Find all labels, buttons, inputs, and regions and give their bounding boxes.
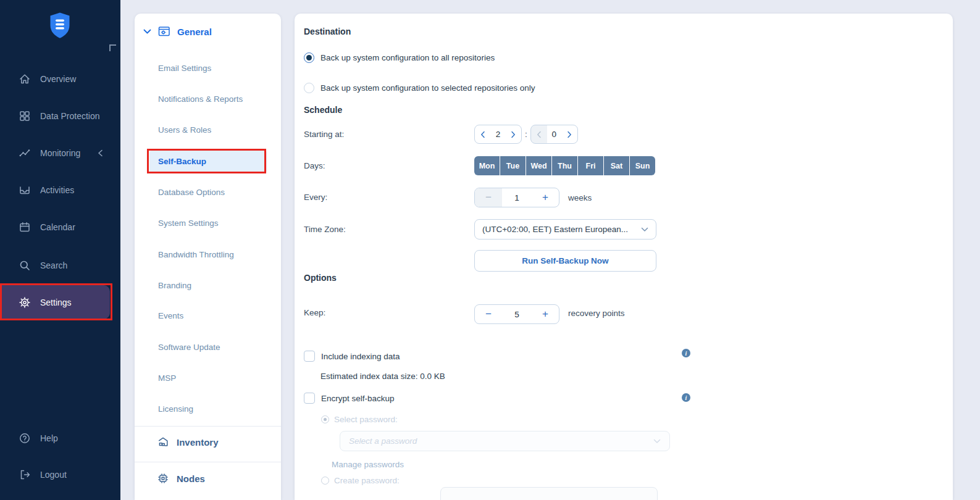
settings-nav-item-self-backup[interactable]: Self-Backup [158,156,206,168]
encrypt-self-backup-option[interactable]: Encrypt self-backup [304,391,395,405]
sidebar-item-logout[interactable]: Logout [19,467,67,483]
sidebar-item-label: Overview [40,74,76,84]
day-button-tue[interactable]: Tue [500,156,526,175]
create-password-option-disabled: Create password: [321,476,400,485]
help-icon [19,432,31,444]
checkbox-unchecked-icon[interactable] [304,351,315,362]
settings-nav-item-email-settings[interactable]: Email Settings [158,62,211,75]
every-label: Every: [304,193,327,202]
settings-sidebar: General Email Settings Notifications & R… [135,14,281,500]
sidebar-item-label: Activities [40,185,74,195]
select-password-option-disabled: Select password: [321,415,398,423]
inbox-icon [19,184,31,196]
radio-selected-disabled-icon [321,415,329,423]
keep-unit-label: recovery points [568,309,625,318]
day-button-sun[interactable]: Sun [630,156,655,175]
sidebar-item-calendar[interactable]: Calendar [19,219,75,235]
settings-nav-item-users-roles[interactable]: Users & Roles [158,124,211,136]
sidebar-item-activities[interactable]: Activities [19,182,74,198]
settings-nav-item-msp[interactable]: MSP [158,372,176,385]
create-password-input-disabled [440,487,658,500]
keep-label: Keep: [304,308,325,317]
run-self-backup-button[interactable]: Run Self-Backup Now [474,250,656,272]
sidebar-item-data-protection[interactable]: Data Protection [19,108,100,124]
manage-passwords-link[interactable]: Manage passwords [332,460,404,469]
sidebar-item-label: Calendar [40,222,75,232]
chevron-left-icon[interactable] [97,149,104,157]
every-value[interactable]: 1 [502,188,532,207]
destination-heading: Destination [304,27,351,36]
every-unit-label: weeks [568,193,592,202]
checkbox-label: Encrypt self-backup [321,394,395,403]
hours-spinner[interactable]: 2 [474,125,522,144]
time-zone-label: Time Zone: [304,225,346,234]
radio-label: Back up system configuration to all repo… [320,53,495,62]
sidebar-item-label: Logout [40,470,67,480]
settings-nav-item-database-options[interactable]: Database Options [158,186,225,199]
starting-at-control: 2 : 0 [474,125,578,144]
sidebar-item-label: Data Protection [40,111,100,121]
calendar-icon [19,221,31,233]
collapse-corner-icon[interactable] [109,44,116,51]
sidebar-item-monitoring[interactable]: Monitoring [19,145,104,161]
destination-option-all[interactable]: Back up system configuration to all repo… [304,48,495,67]
include-indexing-option[interactable]: Include indexing data [304,349,400,363]
radio-unselected-icon[interactable] [304,83,314,93]
checkbox-label: Include indexing data [321,352,400,361]
minutes-value[interactable]: 0 [552,130,557,139]
plus-button[interactable]: + [532,305,559,323]
destination-option-selected-only[interactable]: Back up system configuration to selected… [304,78,535,98]
increment-hours-icon[interactable] [511,131,516,138]
home-icon [19,73,31,85]
hours-value[interactable]: 2 [496,130,501,139]
sidebar-item-help[interactable]: Help [19,430,58,446]
section-label: General [177,27,212,37]
settings-nav-item-system-settings[interactable]: System Settings [158,217,219,230]
day-button-fri[interactable]: Fri [578,156,603,175]
grid-icon [19,110,31,122]
self-backup-panel: Destination Back up system configuration… [295,14,953,500]
section-label: Inventory [177,437,219,448]
password-select-disabled: Select a password [340,431,670,451]
nodes-cpu-icon [157,472,170,485]
settings-section-inventory[interactable]: Inventory [157,435,219,449]
settings-nav-item-bandwidth-throttling[interactable]: Bandwidth Throttling [158,249,234,261]
minus-button[interactable]: − [475,305,502,323]
info-icon[interactable]: i [682,349,690,357]
settings-nav-item-software-update[interactable]: Software Update [158,341,220,354]
settings-nav-item-notifications-reports[interactable]: Notifications & Reports [158,93,243,106]
settings-section-general[interactable]: General [143,24,212,39]
day-button-thu[interactable]: Thu [552,156,577,175]
info-icon[interactable]: i [682,393,690,402]
sidebar-item-label: Monitoring [40,148,80,158]
sidebar-item-overview[interactable]: Overview [19,71,76,87]
every-weeks-stepper: − 1 + [474,188,559,207]
minus-button: − [475,188,502,207]
monitoring-chart-icon [19,147,31,159]
day-button-wed[interactable]: Wed [526,156,551,175]
checkbox-unchecked-icon[interactable] [304,393,315,404]
decrement-hours-icon[interactable] [480,131,485,138]
settings-section-nodes[interactable]: Nodes [157,471,205,486]
plus-button[interactable]: + [532,188,559,207]
sidebar-item-settings[interactable]: Settings [0,285,110,319]
days-selector: Mon Tue Wed Thu Fri Sat Sun [474,156,655,175]
sidebar-item-search[interactable]: Search [19,257,67,273]
app-window: Overview Data Protection Monitoring Acti… [0,0,980,500]
time-zone-select[interactable]: (UTC+02:00, EET) Eastern European... [474,219,656,240]
section-divider [135,426,281,427]
day-button-sat[interactable]: Sat [604,156,629,175]
settings-nav-item-licensing[interactable]: Licensing [158,403,193,415]
radio-unselected-disabled-icon [321,477,329,485]
day-button-mon[interactable]: Mon [474,156,500,175]
settings-nav-item-branding[interactable]: Branding [158,280,191,292]
radio-selected-icon[interactable] [304,52,314,63]
increment-minutes-icon[interactable] [567,131,572,138]
left-sidebar: Overview Data Protection Monitoring Acti… [0,0,120,500]
radio-label: Create password: [334,476,400,485]
keep-value[interactable]: 5 [502,305,532,323]
minutes-spinner[interactable]: 0 [530,125,578,144]
section-label: Nodes [177,473,205,484]
settings-nav-item-events[interactable]: Events [158,310,183,322]
search-icon [19,259,31,272]
